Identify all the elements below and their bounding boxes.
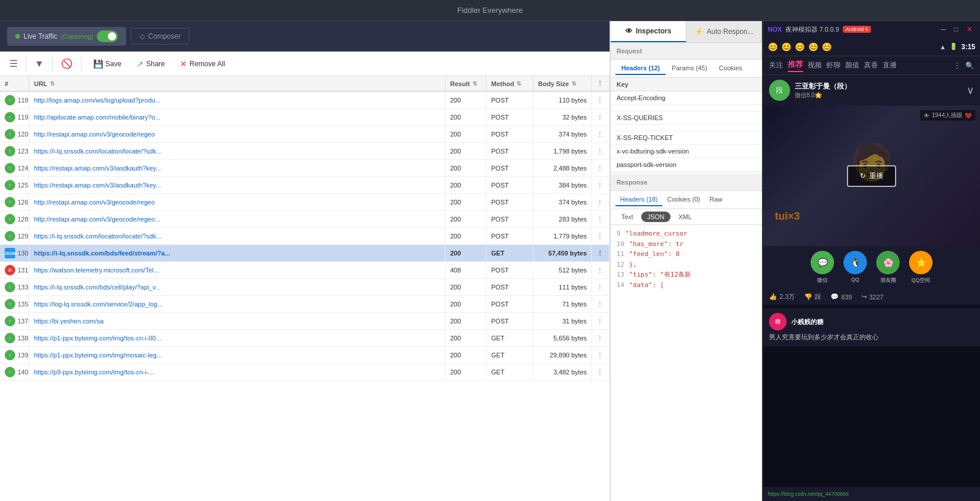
filter-icon[interactable]: ▼ <box>32 56 46 71</box>
resp-tab-headers[interactable]: Headers (18) <box>615 193 662 206</box>
td-url: https://watson.telemetry.microsoft.com/T… <box>29 262 445 278</box>
replay-button[interactable]: ↻ 重播 <box>847 165 896 187</box>
key-row: X-SS-QUERIES <box>611 111 762 125</box>
url-sort-icon[interactable]: ⇅ <box>50 80 55 87</box>
table-row[interactable]: ⊘131 https://watson.telemetry.microsoft.… <box>0 262 610 279</box>
view-xml[interactable]: XML <box>673 212 698 222</box>
td-more[interactable]: ⋮ <box>592 126 610 142</box>
remove-all-button[interactable]: ✕ Remove All <box>174 57 231 71</box>
nox-app-icon-1[interactable]: 😊 <box>768 42 778 52</box>
share-wechat[interactable]: 💬 微信 <box>811 251 834 284</box>
table-row[interactable]: ↑135 https://log-lq.snssdk.com/service/2… <box>0 296 610 313</box>
nav-live[interactable]: 直播 <box>883 60 897 70</box>
td-more[interactable]: ⋮ <box>592 177 610 193</box>
table-row[interactable]: ↑120 http://restapi.amap.com/v3/geocode/… <box>0 126 610 143</box>
nox-app-icon-2[interactable]: 😊 <box>781 42 791 52</box>
live-traffic-tab[interactable]: Live Traffic (Capturing) <box>7 27 126 46</box>
td-more[interactable]: ⋮ <box>592 228 610 244</box>
td-more[interactable]: ⋮ <box>592 143 610 159</box>
table-row[interactable]: ↑138 https://p1-ppx.byteimg.com/img/tos-… <box>0 330 610 347</box>
nox-app-icon-4[interactable]: 😊 <box>808 42 818 52</box>
td-more[interactable]: ⋮ <box>592 313 610 329</box>
nox-app-icon-3[interactable]: 😊 <box>795 42 805 52</box>
traffic-table: # URL ⇅ Result ⇅ Method ⇅ Bo <box>0 76 610 501</box>
method-sort-icon[interactable]: ⇅ <box>516 80 521 87</box>
like-button[interactable]: 👍 2.3万 <box>769 292 795 301</box>
td-num: ↑128 <box>0 211 29 227</box>
table-row[interactable]: ↑140 https://p9-ppx.byteimg.com/img/tos-… <box>0 364 610 381</box>
table-row[interactable]: ↑119 http://apilocate.amap.com/mobile/bi… <box>0 109 610 126</box>
user1-more[interactable]: ∨ <box>967 84 974 97</box>
nox-window-controls: ─ □ ✕ <box>938 24 975 35</box>
td-more[interactable]: ⋮ <box>592 92 610 108</box>
tab-headers[interactable]: Headers (12) <box>615 62 666 75</box>
json-view-tabs: Text JSON XML <box>611 209 762 225</box>
nox-titlebar: NOX 夜神模拟器 7.0.0.9 Android 5 ─ □ ✕ <box>763 21 980 38</box>
td-more[interactable]: ⋮ <box>592 160 610 176</box>
tab-cookies[interactable]: Cookies <box>713 62 748 75</box>
share-qzone[interactable]: ⭐ QQ空间 <box>909 251 933 284</box>
table-row[interactable]: ↑124 https://restapi.amap.com/v3/iasdkau… <box>0 160 610 177</box>
nav-follow[interactable]: 关注 <box>769 60 783 70</box>
nav-video[interactable]: 视频 <box>808 60 822 70</box>
nav-chat[interactable]: 虾聊 <box>826 60 841 70</box>
comment-icon: 💬 <box>831 293 839 301</box>
tab-inspectors[interactable]: 👁 Inspectors <box>611 21 686 42</box>
resp-tab-cookies[interactable]: Cookies (0) <box>662 193 705 206</box>
nox-status-icons: ▲ 🔋 3:15 <box>940 43 975 51</box>
td-more[interactable]: ⋮ <box>592 245 610 261</box>
nav-search[interactable]: 🔍 <box>965 62 974 70</box>
td-more[interactable]: ⋮ <box>592 109 610 125</box>
tab-auto-response[interactable]: ⚡ Auto Respon... <box>686 21 762 42</box>
view-json[interactable]: JSON <box>641 212 670 222</box>
dislike-button[interactable]: 👎 踩 <box>804 292 821 301</box>
table-row[interactable]: ↑125 https://restapi.amap.com/v3/iasdkau… <box>0 177 610 194</box>
td-more[interactable]: ⋮ <box>592 364 610 380</box>
resp-tab-raw[interactable]: Raw <box>705 193 727 206</box>
td-more[interactable]: ⋮ <box>592 330 610 346</box>
td-more[interactable]: ⋮ <box>592 279 610 295</box>
nav-more[interactable]: ⋮ <box>954 62 961 70</box>
nox-minimize[interactable]: ─ <box>938 24 949 35</box>
nav-recommend[interactable]: 推荐 <box>788 59 803 72</box>
td-more[interactable]: ⋮ <box>592 347 610 363</box>
table-row[interactable]: ↑139 https://p1-ppx.byteimg.com/img/mosa… <box>0 347 610 364</box>
action-bar: ☰ ▼ 🚫 💾 Save ↗ Share ✕ Remove All <box>0 52 610 76</box>
view-text[interactable]: Text <box>615 212 639 222</box>
td-url: https://i-lq.snssdk.com/location/locate/… <box>29 228 445 244</box>
table-row[interactable]: ↑133 https://i-lq.snssdk.com/bds/cell/pl… <box>0 279 610 296</box>
menu-icon[interactable]: ☰ <box>7 56 20 71</box>
td-more[interactable]: ⋮ <box>592 296 610 312</box>
block-icon[interactable]: 🚫 <box>59 56 75 71</box>
capturing-toggle[interactable] <box>97 30 118 42</box>
td-result: 200 <box>445 347 486 363</box>
td-more[interactable]: ⋮ <box>592 194 610 210</box>
td-more[interactable]: ⋮ <box>592 211 610 227</box>
composer-tab[interactable]: ◇ Composer <box>131 28 189 45</box>
th-url: URL ⇅ <box>29 76 445 91</box>
share-button[interactable]: ↗ Share <box>131 57 171 71</box>
comment-button[interactable]: 💬 839 <box>831 292 852 301</box>
table-row[interactable]: ↑129 https://i-lq.snssdk.com/location/lo… <box>0 228 610 245</box>
nav-real[interactable]: 真香 <box>864 60 878 70</box>
share-moments[interactable]: 🌸 朋友圈 <box>876 251 900 284</box>
td-more[interactable]: ⋮ <box>592 262 610 278</box>
table-row[interactable]: JSON130 https://i-lq.snssdk.com/bds/feed… <box>0 245 610 262</box>
table-row[interactable]: ↑126 http://restapi.amap.com/v3/geocode/… <box>0 194 610 211</box>
share-qq[interactable]: 🐧 QQ <box>843 251 867 284</box>
nox-close[interactable]: ✕ <box>964 24 975 35</box>
nav-looks[interactable]: 颜值 <box>845 60 859 70</box>
table-row[interactable]: ↑118 http://logs.amap.com/ws/log/upload?… <box>0 92 610 109</box>
tab-params[interactable]: Params (45) <box>666 62 713 75</box>
dislike-label: 踩 <box>815 292 821 301</box>
nox-maximize[interactable]: □ <box>951 24 961 35</box>
save-button[interactable]: 💾 Save <box>87 57 127 71</box>
video-thumbnail[interactable]: 🧑 tui×3 👁 1944人插眼 ❤️ ↻ 重播 <box>763 105 980 246</box>
size-sort-icon[interactable]: ⇅ <box>571 80 576 87</box>
table-row[interactable]: ↑137 https://bi.yeshen.com/sa 200 POST 3… <box>0 313 610 330</box>
share-button-2[interactable]: ↪ 3227 <box>862 292 883 301</box>
table-row[interactable]: ↑123 https://i-lq.snssdk.com/location/lo… <box>0 143 610 160</box>
result-sort-icon[interactable]: ⇅ <box>472 80 477 87</box>
nox-app-icon-5[interactable]: 😊 <box>822 42 832 52</box>
table-row[interactable]: ↑128 http://restapi.amap.com/v3/geocode/… <box>0 211 610 228</box>
